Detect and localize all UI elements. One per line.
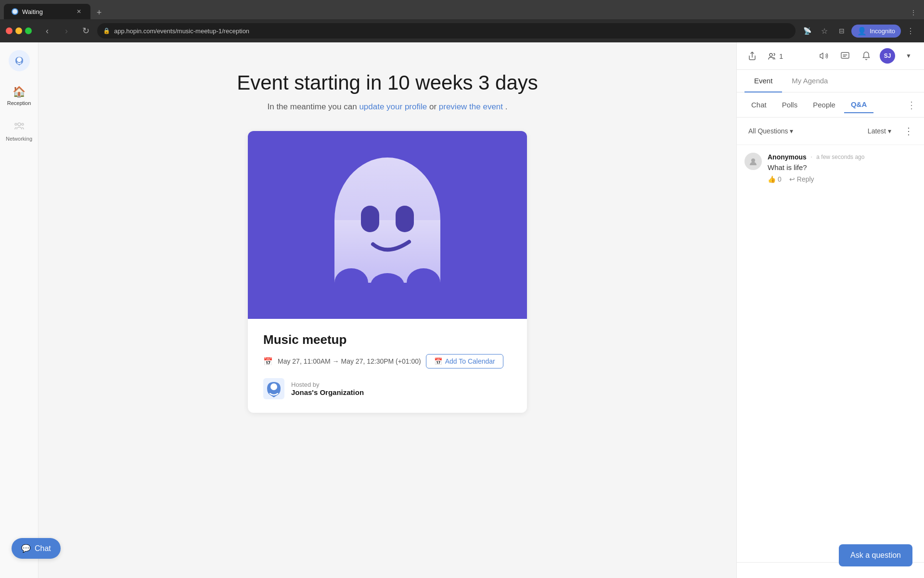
add-calendar-icon: 📅 <box>434 357 442 365</box>
svg-point-8 <box>334 268 368 297</box>
browser-toolbar: ‹ › ↻ 🔒 app.hopin.com/events/music-meetu… <box>0 19 924 42</box>
or-text: or <box>429 102 439 111</box>
add-calendar-button[interactable]: 📅 Add To Calendar <box>426 354 503 368</box>
bookmark-icon[interactable]: ☆ <box>817 23 832 39</box>
chat-label: Chat <box>35 544 51 553</box>
tab-qa[interactable]: Q&A <box>844 96 873 113</box>
ask-question-button[interactable]: Ask a question <box>839 544 912 566</box>
avatar-chevron[interactable]: ▼ <box>901 48 916 64</box>
tab-polls[interactable]: Polls <box>775 97 805 113</box>
browser-chrome: Waiting ✕ + ⋮ ‹ › ↻ 🔒 app.hopin.com/even… <box>0 0 924 42</box>
share-icon[interactable] <box>744 48 760 64</box>
svg-point-9 <box>371 273 404 297</box>
attendee-count-display: 1 <box>768 52 783 60</box>
left-sidebar: 🏠 Reception Networking <box>0 42 38 578</box>
latest-filter[interactable]: Latest ▾ <box>864 125 895 137</box>
volume-icon[interactable] <box>816 48 832 64</box>
profile-button[interactable]: 👤 Incognito <box>851 25 901 38</box>
svg-point-15 <box>770 53 772 56</box>
event-card: Music meetup 📅 May 27, 11:00AM → May 27,… <box>248 131 527 413</box>
update-profile-link[interactable]: update your profile <box>359 102 427 111</box>
url-text: app.hopin.com/events/music-meetup-1/rece… <box>114 27 249 35</box>
like-action[interactable]: 👍 0 <box>768 175 782 183</box>
qa-tabs-bar: Chat Polls People Q&A ⋮ <box>737 92 924 118</box>
org-name-text: Jonas's Organization <box>291 388 364 396</box>
panel-top-bar: 1 <box>737 42 924 70</box>
qa-author-avatar <box>744 153 762 170</box>
qa-bottom-bar: Ask a question <box>737 562 924 578</box>
subtitle-before: In the meantime you can <box>267 102 359 111</box>
sidebar-item-reception[interactable]: 🏠 Reception <box>2 81 37 111</box>
right-panel-wrapper: 1 <box>736 42 924 578</box>
qa-message-item: Anonymous · a few seconds ago What is li… <box>744 153 916 183</box>
forward-button[interactable]: › <box>59 23 74 39</box>
event-host: Hosted by Jonas's Organization <box>263 378 512 399</box>
qa-message-dot: · <box>810 153 812 161</box>
event-date-text: May 27, 11:00AM → May 27, 12:30PM (+01:0… <box>278 357 421 365</box>
cast-icon[interactable]: 📡 <box>799 23 815 39</box>
tab-more-icon[interactable]: ⋮ <box>907 99 916 111</box>
calendar-icon: 📅 <box>263 357 273 366</box>
tab-close-icon[interactable]: ✕ <box>75 8 83 15</box>
qa-more-options[interactable]: ⋮ <box>901 123 916 139</box>
tab-list-icon[interactable]: ⋮ <box>907 6 920 19</box>
reply-icon: ↩ <box>789 175 795 183</box>
tab-title: Waiting <box>22 8 43 15</box>
back-button[interactable]: ‹ <box>39 23 55 39</box>
reload-button[interactable]: ↻ <box>78 23 93 39</box>
panel-right-actions: SJ ▼ <box>816 48 916 64</box>
qa-message-time: a few seconds ago <box>816 154 864 160</box>
message-icon[interactable] <box>837 48 853 64</box>
notification-icon[interactable] <box>859 48 874 64</box>
main-content: Event starting in 10 weeks 3 days In the… <box>38 42 736 578</box>
subtitle-after: . <box>505 102 508 111</box>
chevron-down-icon: ▾ <box>790 127 793 135</box>
event-agenda-tabs: Event My Agenda <box>737 70 924 92</box>
event-title: Music meetup <box>263 332 512 347</box>
svg-rect-12 <box>396 206 414 232</box>
tab-people[interactable]: People <box>806 97 842 113</box>
tab-chat[interactable]: Chat <box>744 97 773 113</box>
user-avatar[interactable]: SJ <box>880 48 895 64</box>
preview-event-link[interactable]: preview the event <box>439 102 503 111</box>
lock-icon: 🔒 <box>103 27 110 34</box>
qa-filters: All Questions ▾ Latest ▾ ⋮ <box>737 118 924 145</box>
maximize-window-btn[interactable] <box>25 27 32 34</box>
event-image <box>248 131 527 319</box>
svg-rect-16 <box>841 53 849 58</box>
address-bar[interactable]: 🔒 app.hopin.com/events/music-meetup-1/re… <box>97 23 796 39</box>
profile-icon: 👤 <box>857 26 867 36</box>
host-info: Hosted by Jonas's Organization <box>291 381 364 396</box>
qa-message-header: Anonymous · a few seconds ago <box>768 153 916 161</box>
extensions-icon[interactable]: ⋮ <box>903 23 918 39</box>
sort-chevron-icon: ▾ <box>888 127 891 135</box>
add-calendar-label: Add To Calendar <box>445 357 495 365</box>
active-tab[interactable]: Waiting ✕ <box>4 4 90 19</box>
hosted-by-text: Hosted by <box>291 381 364 388</box>
chat-floating-button[interactable]: 💬 Chat <box>12 538 61 559</box>
hopin-logo[interactable] <box>9 50 30 71</box>
qa-message-body: Anonymous · a few seconds ago What is li… <box>768 153 916 183</box>
sidebar-item-networking[interactable]: Networking <box>2 115 37 146</box>
event-date-row: 📅 May 27, 11:00AM → May 27, 12:30PM (+01… <box>263 354 512 368</box>
all-questions-filter[interactable]: All Questions ▾ <box>744 125 797 137</box>
split-view-icon[interactable]: ⊟ <box>834 23 849 39</box>
countdown-title: Event starting in 10 weeks 3 days <box>237 71 538 94</box>
tab-favicon <box>12 8 18 15</box>
svg-point-17 <box>751 158 755 162</box>
reply-label: Reply <box>797 175 814 183</box>
panel-left-actions: 1 <box>744 48 783 64</box>
new-tab-button[interactable]: + <box>92 6 106 19</box>
minimize-window-btn[interactable] <box>15 27 22 34</box>
tab-my-agenda[interactable]: My Agenda <box>782 70 837 92</box>
ghost-svg <box>325 153 450 297</box>
reply-action[interactable]: ↩ Reply <box>789 175 814 183</box>
svg-point-2 <box>17 57 22 62</box>
close-window-btn[interactable] <box>6 27 13 34</box>
networking-icon <box>13 119 25 134</box>
tab-event[interactable]: Event <box>744 70 782 92</box>
url-display: app.hopin.com/events/music-meetup-1/rece… <box>114 27 249 35</box>
reception-label: Reception <box>7 100 31 106</box>
attendee-count: 1 <box>779 52 783 60</box>
qa-messages-list: Anonymous · a few seconds ago What is li… <box>737 145 924 562</box>
